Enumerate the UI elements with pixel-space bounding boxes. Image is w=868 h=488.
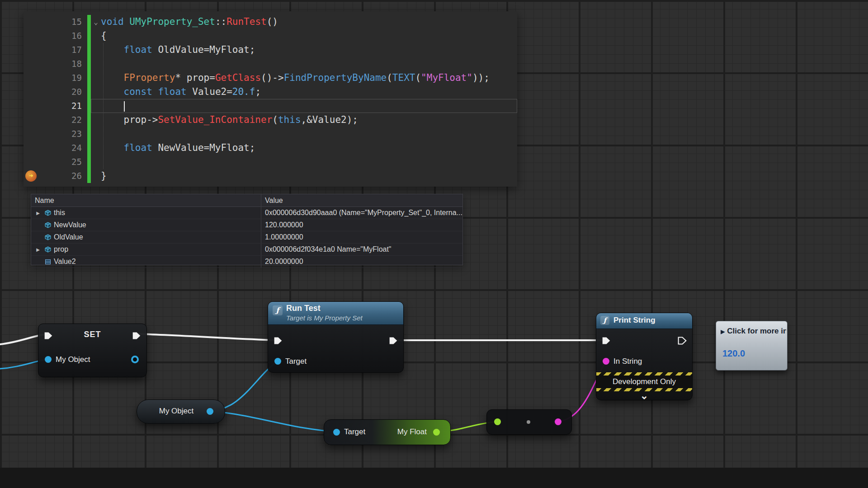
float-output-pin[interactable] xyxy=(433,429,440,436)
line-number: 22 xyxy=(40,113,87,127)
exec-out-pin[interactable] xyxy=(678,336,687,345)
exec-in-pin[interactable] xyxy=(274,336,283,345)
code-line[interactable]: 23 xyxy=(24,127,517,141)
line-number: 25 xyxy=(40,155,87,169)
hazard-stripe xyxy=(596,372,692,375)
watch-header: Name Value xyxy=(31,194,462,207)
code-line[interactable]: 21 xyxy=(24,99,517,113)
code-text[interactable] xyxy=(101,99,125,113)
gutter-margin[interactable]: ➜ xyxy=(24,169,40,183)
gutter-margin[interactable] xyxy=(24,113,40,127)
code-line[interactable]: ➜26} xyxy=(24,169,517,183)
node-body-dot xyxy=(527,420,530,424)
variable-name[interactable]: Value2 xyxy=(53,258,76,266)
gutter-margin[interactable] xyxy=(24,43,40,57)
code-editor-panel[interactable]: 15⌄void UMyProperty_Set::RunTest()16{17 … xyxy=(24,11,517,187)
variable-value[interactable]: 120.000000 xyxy=(261,219,462,231)
code-text[interactable]: prop->SetValue_InContainer(this,&Value2)… xyxy=(101,113,358,127)
pin-label: My Float xyxy=(397,427,427,436)
node-title: Print String xyxy=(613,316,656,325)
object-cube-icon xyxy=(43,234,53,241)
code-line[interactable]: 18 xyxy=(24,57,517,71)
code-line[interactable]: 15⌄void UMyProperty_Set::RunTest() xyxy=(24,15,517,29)
column-header-value[interactable]: Value xyxy=(261,194,462,206)
exec-in-pin[interactable] xyxy=(44,331,53,340)
changed-lines-bar xyxy=(87,43,91,57)
expand-arrow-icon[interactable]: ▶ xyxy=(33,247,43,252)
exec-out-pin[interactable] xyxy=(389,336,398,345)
code-line[interactable]: 25 xyxy=(24,155,517,169)
code-line[interactable]: 22 prop->SetValue_InContainer(this,&Valu… xyxy=(24,113,517,127)
my-object-variable-node[interactable]: My Object xyxy=(137,399,225,424)
line-number: 19 xyxy=(40,71,87,85)
run-test-node[interactable]: ƒ Run Test Target is My Property Set Tar… xyxy=(268,301,404,373)
code-text[interactable]: } xyxy=(101,169,107,183)
code-line[interactable]: 20 const float Value2=20.f; xyxy=(24,85,517,99)
chevron-down-icon[interactable]: ⌄ xyxy=(596,388,692,400)
expand-arrow-icon[interactable]: ▶ xyxy=(33,211,43,216)
watch-row[interactable]: ▶this0x000006d30d90aaa0 (Name="MyPropert… xyxy=(31,207,462,219)
gutter-margin[interactable] xyxy=(24,29,40,43)
bubble-header[interactable]: ▶Click for more info xyxy=(721,327,786,336)
fold-spacer xyxy=(91,99,101,113)
code-line[interactable]: 19 FProperty* prop=GetClass()->FindPrope… xyxy=(24,71,517,85)
in-string-input-pin[interactable] xyxy=(603,358,609,365)
variable-value[interactable]: 1.00000000 xyxy=(261,231,462,243)
variable-name[interactable]: OldValue xyxy=(53,233,83,241)
watch-row[interactable]: ▶prop0x000006d2f034e1a0 Name="MyFloat" xyxy=(31,244,462,256)
code-line[interactable]: 24 float NewValue=MyFloat; xyxy=(24,141,517,155)
object-output-pin[interactable] xyxy=(207,408,213,415)
set-node[interactable]: SET My Object xyxy=(38,324,147,377)
watch-row[interactable]: NewValue120.000000 xyxy=(31,219,462,231)
code-text[interactable]: FProperty* prop=GetClass()->FindProperty… xyxy=(101,71,490,85)
fold-spacer xyxy=(91,85,101,99)
variable-name[interactable]: NewValue xyxy=(53,221,86,229)
string-output-pin[interactable] xyxy=(555,418,561,425)
gutter-margin[interactable] xyxy=(24,141,40,155)
watch-panel[interactable]: Name Value ▶this0x000006d30d90aaa0 (Name… xyxy=(31,194,463,265)
gutter-margin[interactable] xyxy=(24,99,40,113)
exec-out-pin[interactable] xyxy=(132,331,141,340)
code-text[interactable]: float NewValue=MyFloat; xyxy=(101,141,255,155)
code-text[interactable]: const float Value2=20.f; xyxy=(101,85,261,99)
code-line[interactable]: 17 float OldValue=MyFloat; xyxy=(24,43,517,57)
gutter-margin[interactable] xyxy=(24,127,40,141)
code-line[interactable]: 16{ xyxy=(24,29,517,43)
blueprint-graph-canvas[interactable]: SET My Object ƒ Run Test Target is My Pr… xyxy=(0,0,868,488)
code-text[interactable]: void UMyProperty_Set::RunTest() xyxy=(101,15,278,29)
variable-value[interactable]: 20.0000000 xyxy=(261,256,462,267)
variable-value[interactable]: 0x000006d2f034e1a0 Name="MyFloat" xyxy=(261,244,462,255)
debug-value-bubble[interactable]: ▶Click for more info 120.0 xyxy=(716,321,788,371)
variable-value[interactable]: 0x000006d30d90aaa0 (Name="MyProperty_Set… xyxy=(261,207,462,219)
changed-lines-bar xyxy=(87,141,91,155)
object-input-pin[interactable] xyxy=(45,356,52,363)
code-text[interactable]: { xyxy=(101,29,107,43)
object-wire[interactable] xyxy=(209,411,336,432)
execution-pointer-icon: ➜ xyxy=(25,170,37,182)
variable-name[interactable]: this xyxy=(53,209,65,217)
target-input-pin[interactable] xyxy=(274,358,281,365)
column-header-name[interactable]: Name xyxy=(31,194,261,206)
fold-collapse-icon[interactable]: ⌄ xyxy=(91,15,101,29)
line-number: 21 xyxy=(40,99,87,113)
print-string-node[interactable]: ƒ Print String In String Development Onl… xyxy=(596,313,693,400)
changed-lines-bar xyxy=(87,71,91,85)
object-output-pin[interactable] xyxy=(131,356,139,363)
line-number: 15 xyxy=(40,15,87,29)
target-input-pin[interactable] xyxy=(333,429,340,436)
watch-row[interactable]: OldValue1.00000000 xyxy=(31,231,462,244)
text-caret xyxy=(124,101,125,112)
exec-in-pin[interactable] xyxy=(602,336,611,345)
gutter-margin[interactable] xyxy=(24,155,40,169)
gutter-margin[interactable] xyxy=(24,71,40,85)
get-my-float-node[interactable]: Target My Float xyxy=(324,419,451,445)
exec-wire[interactable] xyxy=(136,334,278,340)
variable-name[interactable]: prop xyxy=(53,245,68,253)
conversion-node[interactable] xyxy=(486,409,572,435)
watch-row[interactable]: Value220.0000000 xyxy=(31,256,462,268)
gutter-margin[interactable] xyxy=(24,85,40,99)
code-text[interactable]: float OldValue=MyFloat; xyxy=(101,43,255,57)
gutter-margin[interactable] xyxy=(24,15,40,29)
float-input-pin[interactable] xyxy=(494,418,501,425)
gutter-margin[interactable] xyxy=(24,57,40,71)
